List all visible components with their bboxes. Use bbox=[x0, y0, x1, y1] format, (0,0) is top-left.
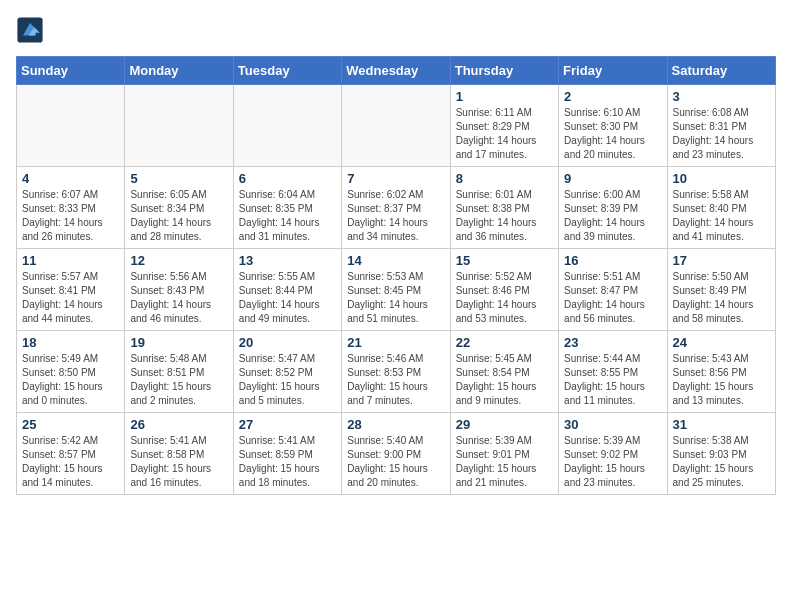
day-info: Sunrise: 5:41 AM Sunset: 8:58 PM Dayligh… bbox=[130, 434, 227, 490]
calendar-cell: 14Sunrise: 5:53 AM Sunset: 8:45 PM Dayli… bbox=[342, 249, 450, 331]
day-number: 10 bbox=[673, 171, 770, 186]
calendar-cell: 25Sunrise: 5:42 AM Sunset: 8:57 PM Dayli… bbox=[17, 413, 125, 495]
day-info: Sunrise: 5:55 AM Sunset: 8:44 PM Dayligh… bbox=[239, 270, 336, 326]
day-info: Sunrise: 5:49 AM Sunset: 8:50 PM Dayligh… bbox=[22, 352, 119, 408]
day-info: Sunrise: 5:51 AM Sunset: 8:47 PM Dayligh… bbox=[564, 270, 661, 326]
day-info: Sunrise: 5:52 AM Sunset: 8:46 PM Dayligh… bbox=[456, 270, 553, 326]
weekday-header-wednesday: Wednesday bbox=[342, 57, 450, 85]
day-info: Sunrise: 5:39 AM Sunset: 9:01 PM Dayligh… bbox=[456, 434, 553, 490]
day-number: 31 bbox=[673, 417, 770, 432]
calendar-cell: 19Sunrise: 5:48 AM Sunset: 8:51 PM Dayli… bbox=[125, 331, 233, 413]
day-info: Sunrise: 5:58 AM Sunset: 8:40 PM Dayligh… bbox=[673, 188, 770, 244]
calendar-cell bbox=[233, 85, 341, 167]
day-info: Sunrise: 5:47 AM Sunset: 8:52 PM Dayligh… bbox=[239, 352, 336, 408]
day-info: Sunrise: 6:11 AM Sunset: 8:29 PM Dayligh… bbox=[456, 106, 553, 162]
calendar-cell: 12Sunrise: 5:56 AM Sunset: 8:43 PM Dayli… bbox=[125, 249, 233, 331]
day-number: 29 bbox=[456, 417, 553, 432]
weekday-header-friday: Friday bbox=[559, 57, 667, 85]
day-number: 27 bbox=[239, 417, 336, 432]
calendar-cell: 4Sunrise: 6:07 AM Sunset: 8:33 PM Daylig… bbox=[17, 167, 125, 249]
day-number: 28 bbox=[347, 417, 444, 432]
calendar-cell: 17Sunrise: 5:50 AM Sunset: 8:49 PM Dayli… bbox=[667, 249, 775, 331]
calendar-cell: 26Sunrise: 5:41 AM Sunset: 8:58 PM Dayli… bbox=[125, 413, 233, 495]
day-number: 11 bbox=[22, 253, 119, 268]
calendar-cell: 1Sunrise: 6:11 AM Sunset: 8:29 PM Daylig… bbox=[450, 85, 558, 167]
day-info: Sunrise: 6:07 AM Sunset: 8:33 PM Dayligh… bbox=[22, 188, 119, 244]
day-info: Sunrise: 6:10 AM Sunset: 8:30 PM Dayligh… bbox=[564, 106, 661, 162]
day-info: Sunrise: 5:48 AM Sunset: 8:51 PM Dayligh… bbox=[130, 352, 227, 408]
calendar: SundayMondayTuesdayWednesdayThursdayFrid… bbox=[16, 56, 776, 495]
day-number: 5 bbox=[130, 171, 227, 186]
day-info: Sunrise: 6:01 AM Sunset: 8:38 PM Dayligh… bbox=[456, 188, 553, 244]
day-number: 20 bbox=[239, 335, 336, 350]
day-number: 26 bbox=[130, 417, 227, 432]
calendar-cell: 30Sunrise: 5:39 AM Sunset: 9:02 PM Dayli… bbox=[559, 413, 667, 495]
day-number: 8 bbox=[456, 171, 553, 186]
logo-icon bbox=[16, 16, 44, 44]
calendar-cell: 18Sunrise: 5:49 AM Sunset: 8:50 PM Dayli… bbox=[17, 331, 125, 413]
day-number: 30 bbox=[564, 417, 661, 432]
day-info: Sunrise: 6:04 AM Sunset: 8:35 PM Dayligh… bbox=[239, 188, 336, 244]
day-number: 2 bbox=[564, 89, 661, 104]
day-number: 14 bbox=[347, 253, 444, 268]
calendar-cell: 10Sunrise: 5:58 AM Sunset: 8:40 PM Dayli… bbox=[667, 167, 775, 249]
calendar-cell: 31Sunrise: 5:38 AM Sunset: 9:03 PM Dayli… bbox=[667, 413, 775, 495]
day-info: Sunrise: 5:46 AM Sunset: 8:53 PM Dayligh… bbox=[347, 352, 444, 408]
day-info: Sunrise: 5:40 AM Sunset: 9:00 PM Dayligh… bbox=[347, 434, 444, 490]
calendar-cell: 24Sunrise: 5:43 AM Sunset: 8:56 PM Dayli… bbox=[667, 331, 775, 413]
day-number: 4 bbox=[22, 171, 119, 186]
day-number: 24 bbox=[673, 335, 770, 350]
day-number: 19 bbox=[130, 335, 227, 350]
calendar-cell: 3Sunrise: 6:08 AM Sunset: 8:31 PM Daylig… bbox=[667, 85, 775, 167]
day-info: Sunrise: 6:02 AM Sunset: 8:37 PM Dayligh… bbox=[347, 188, 444, 244]
day-info: Sunrise: 5:45 AM Sunset: 8:54 PM Dayligh… bbox=[456, 352, 553, 408]
calendar-cell: 11Sunrise: 5:57 AM Sunset: 8:41 PM Dayli… bbox=[17, 249, 125, 331]
logo bbox=[16, 16, 48, 44]
day-info: Sunrise: 5:42 AM Sunset: 8:57 PM Dayligh… bbox=[22, 434, 119, 490]
calendar-cell: 6Sunrise: 6:04 AM Sunset: 8:35 PM Daylig… bbox=[233, 167, 341, 249]
day-number: 13 bbox=[239, 253, 336, 268]
calendar-cell: 29Sunrise: 5:39 AM Sunset: 9:01 PM Dayli… bbox=[450, 413, 558, 495]
calendar-cell: 13Sunrise: 5:55 AM Sunset: 8:44 PM Dayli… bbox=[233, 249, 341, 331]
day-number: 6 bbox=[239, 171, 336, 186]
calendar-cell: 16Sunrise: 5:51 AM Sunset: 8:47 PM Dayli… bbox=[559, 249, 667, 331]
day-info: Sunrise: 6:00 AM Sunset: 8:39 PM Dayligh… bbox=[564, 188, 661, 244]
calendar-cell: 20Sunrise: 5:47 AM Sunset: 8:52 PM Dayli… bbox=[233, 331, 341, 413]
day-info: Sunrise: 5:41 AM Sunset: 8:59 PM Dayligh… bbox=[239, 434, 336, 490]
calendar-cell: 23Sunrise: 5:44 AM Sunset: 8:55 PM Dayli… bbox=[559, 331, 667, 413]
calendar-cell: 9Sunrise: 6:00 AM Sunset: 8:39 PM Daylig… bbox=[559, 167, 667, 249]
day-info: Sunrise: 5:50 AM Sunset: 8:49 PM Dayligh… bbox=[673, 270, 770, 326]
calendar-cell: 22Sunrise: 5:45 AM Sunset: 8:54 PM Dayli… bbox=[450, 331, 558, 413]
day-number: 9 bbox=[564, 171, 661, 186]
weekday-header-row: SundayMondayTuesdayWednesdayThursdayFrid… bbox=[17, 57, 776, 85]
calendar-cell bbox=[125, 85, 233, 167]
weekday-header-saturday: Saturday bbox=[667, 57, 775, 85]
day-number: 12 bbox=[130, 253, 227, 268]
day-info: Sunrise: 6:05 AM Sunset: 8:34 PM Dayligh… bbox=[130, 188, 227, 244]
calendar-cell: 8Sunrise: 6:01 AM Sunset: 8:38 PM Daylig… bbox=[450, 167, 558, 249]
weekday-header-monday: Monday bbox=[125, 57, 233, 85]
day-info: Sunrise: 5:57 AM Sunset: 8:41 PM Dayligh… bbox=[22, 270, 119, 326]
day-info: Sunrise: 5:39 AM Sunset: 9:02 PM Dayligh… bbox=[564, 434, 661, 490]
calendar-cell: 7Sunrise: 6:02 AM Sunset: 8:37 PM Daylig… bbox=[342, 167, 450, 249]
day-number: 16 bbox=[564, 253, 661, 268]
week-row-2: 4Sunrise: 6:07 AM Sunset: 8:33 PM Daylig… bbox=[17, 167, 776, 249]
day-number: 7 bbox=[347, 171, 444, 186]
day-number: 23 bbox=[564, 335, 661, 350]
day-info: Sunrise: 6:08 AM Sunset: 8:31 PM Dayligh… bbox=[673, 106, 770, 162]
calendar-cell: 5Sunrise: 6:05 AM Sunset: 8:34 PM Daylig… bbox=[125, 167, 233, 249]
calendar-cell: 28Sunrise: 5:40 AM Sunset: 9:00 PM Dayli… bbox=[342, 413, 450, 495]
calendar-cell: 2Sunrise: 6:10 AM Sunset: 8:30 PM Daylig… bbox=[559, 85, 667, 167]
day-number: 22 bbox=[456, 335, 553, 350]
day-number: 18 bbox=[22, 335, 119, 350]
day-number: 17 bbox=[673, 253, 770, 268]
calendar-cell bbox=[342, 85, 450, 167]
day-info: Sunrise: 5:56 AM Sunset: 8:43 PM Dayligh… bbox=[130, 270, 227, 326]
weekday-header-tuesday: Tuesday bbox=[233, 57, 341, 85]
week-row-5: 25Sunrise: 5:42 AM Sunset: 8:57 PM Dayli… bbox=[17, 413, 776, 495]
day-info: Sunrise: 5:38 AM Sunset: 9:03 PM Dayligh… bbox=[673, 434, 770, 490]
calendar-cell: 15Sunrise: 5:52 AM Sunset: 8:46 PM Dayli… bbox=[450, 249, 558, 331]
week-row-4: 18Sunrise: 5:49 AM Sunset: 8:50 PM Dayli… bbox=[17, 331, 776, 413]
weekday-header-thursday: Thursday bbox=[450, 57, 558, 85]
day-info: Sunrise: 5:44 AM Sunset: 8:55 PM Dayligh… bbox=[564, 352, 661, 408]
